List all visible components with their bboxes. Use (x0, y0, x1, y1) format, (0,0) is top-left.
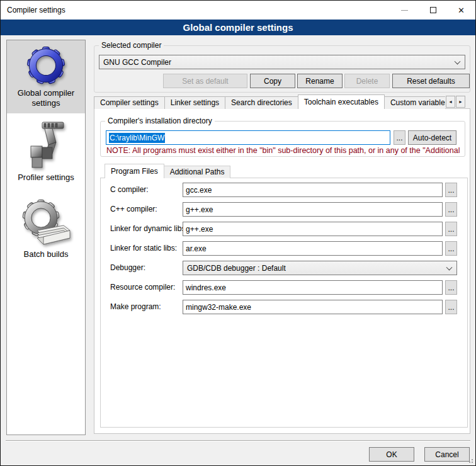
tab-compiler-settings[interactable]: Compiler settings (94, 96, 165, 109)
tab-toolchain-executables[interactable]: Toolchain executables (298, 94, 385, 109)
page-title: Global compiler settings (1, 20, 475, 35)
minimize-icon (401, 10, 408, 11)
resource-compiler-browse-button[interactable]: ... (445, 280, 457, 295)
selected-compiler-group: Selected compiler GNU GCC Compiler Set a… (94, 41, 470, 93)
tab-linker-settings[interactable]: Linker settings (164, 96, 225, 109)
resource-compiler-value: windres.exe (186, 283, 226, 292)
dynamic-linker-browse-button[interactable]: ... (445, 222, 457, 236)
cancel-button[interactable]: Cancel (424, 447, 470, 462)
static-linker-browse-button[interactable]: ... (445, 241, 457, 256)
install-directory-input[interactable]: C:\raylib\MinGW (106, 130, 390, 145)
groupbox-label: Compiler's installation directory (105, 116, 215, 125)
program-files-tab-bar: Program Files Additional Paths (105, 162, 230, 178)
dynamic-linker-label: Linker for dynamic libs: (110, 222, 188, 236)
sidebar-item-label: Profiler settings (7, 173, 85, 183)
resource-compiler-input[interactable]: windres.exe (183, 280, 443, 295)
make-program-input[interactable]: mingw32-make.exe (183, 300, 443, 314)
tab-additional-paths[interactable]: Additional Paths (164, 166, 231, 178)
bin-subdirectory-note: NOTE: All programs must exist either in … (106, 146, 463, 155)
make-program-browse-button[interactable]: ... (445, 300, 457, 314)
make-program-value: mingw32-make.exe (186, 303, 251, 312)
settings-category-list: Global compiler settings (6, 40, 86, 435)
tab-search-directories[interactable]: Search directories (225, 96, 298, 109)
resize-grip[interactable] (467, 457, 473, 463)
close-button[interactable]: ✕ (447, 1, 475, 20)
static-linker-label: Linker for static libs: (110, 241, 177, 256)
program-files-page: C compiler: gcc.exe ... C++ compiler: g+… (100, 178, 468, 428)
title-bar: Compiler settings ✕ (1, 1, 475, 20)
tab-scroll-right-button[interactable]: ► (456, 96, 465, 108)
chevron-down-icon (446, 264, 453, 270)
sidebar-item-global-compiler-settings[interactable]: Global compiler settings (7, 40, 85, 113)
set-as-default-button[interactable]: Set as default (163, 74, 247, 88)
chevron-down-icon (455, 58, 461, 64)
static-linker-input[interactable]: ar.exe (183, 241, 443, 256)
debugger-select[interactable]: GDB/CDB debugger : Default (183, 261, 457, 275)
compiler-settings-dialog: Compiler settings ✕ Global compiler sett… (0, 0, 476, 466)
maximize-button[interactable] (419, 1, 447, 20)
delete-button[interactable]: Delete (344, 74, 390, 88)
reset-defaults-button[interactable]: Reset defaults (392, 74, 470, 88)
browse-directory-button[interactable]: ... (394, 130, 405, 145)
c-compiler-browse-button[interactable]: ... (445, 183, 457, 197)
settings-tab-bar: Compiler settings Linker settings Search… (94, 94, 445, 109)
gray-gear-stack-icon (21, 196, 71, 247)
ok-button[interactable]: OK (369, 447, 414, 462)
tab-custom-variables[interactable]: Custom variables (384, 96, 445, 109)
window-title: Compiler settings (7, 6, 390, 14)
tab-scroll-left-button[interactable]: ◄ (446, 96, 455, 108)
sidebar-item-batch-builds[interactable]: Batch builds (7, 191, 85, 259)
selected-path-text: C:\raylib\MinGW (109, 133, 165, 143)
c-compiler-label: C compiler: (110, 183, 149, 197)
sidebar-item-label: Global compiler settings (14, 88, 77, 108)
cpp-compiler-input[interactable]: g++.exe (183, 202, 443, 217)
blue-gear-icon (26, 45, 66, 86)
resource-compiler-label: Resource compiler: (110, 280, 175, 295)
debugger-select-value: GDB/CDB debugger : Default (187, 264, 286, 273)
sidebar-item-label: Batch builds (7, 249, 85, 259)
dynamic-linker-input[interactable]: g++.exe (183, 222, 443, 236)
debugger-label: Debugger: (110, 261, 145, 275)
c-compiler-value: gcc.exe (186, 186, 212, 195)
compiler-select-value: GNU GCC Compiler (103, 58, 171, 67)
footer-divider (6, 440, 470, 441)
cpp-compiler-browse-button[interactable]: ... (445, 202, 457, 217)
tab-program-files[interactable]: Program Files (105, 164, 164, 178)
c-compiler-input[interactable]: gcc.exe (183, 183, 443, 197)
cpp-compiler-label: C++ compiler: (110, 202, 157, 217)
caliper-icon (23, 121, 69, 170)
auto-detect-button[interactable]: Auto-detect (408, 130, 456, 145)
groupbox-label: Selected compiler (99, 41, 164, 50)
rename-button[interactable]: Rename (297, 74, 343, 88)
cpp-compiler-value: g++.exe (186, 205, 213, 214)
close-icon: ✕ (458, 6, 465, 14)
compiler-select[interactable]: GNU GCC Compiler (99, 55, 465, 69)
static-linker-value: ar.exe (186, 244, 207, 253)
maximize-icon (430, 7, 436, 13)
make-program-label: Make program: (110, 300, 161, 314)
install-directory-group: Compiler's installation directory C:\ray… (100, 116, 465, 157)
toolchain-executables-page: Compiler's installation directory C:\ray… (94, 108, 470, 434)
sidebar-item-profiler-settings[interactable]: Profiler settings (7, 116, 85, 183)
dynamic-linker-value: g++.exe (186, 225, 213, 234)
minimize-button[interactable] (390, 1, 419, 20)
copy-button[interactable]: Copy (250, 74, 295, 88)
